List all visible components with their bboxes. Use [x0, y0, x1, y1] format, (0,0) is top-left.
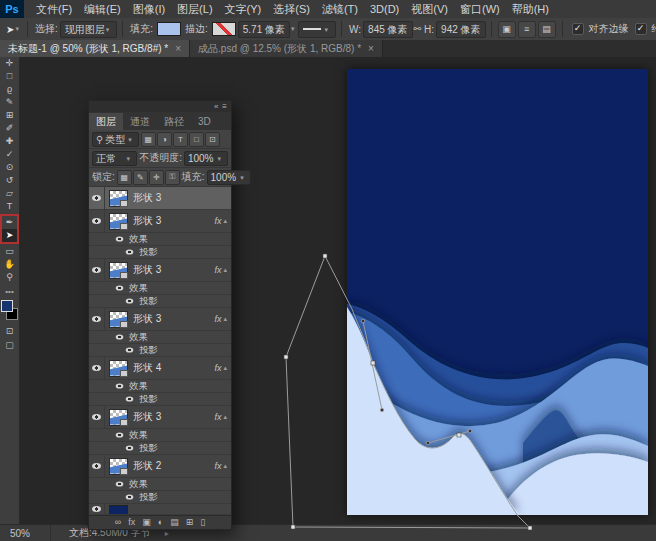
drop-shadow-row[interactable]: 投影 — [89, 442, 231, 455]
menu-item[interactable]: 文件(F) — [30, 0, 78, 18]
layer-name[interactable]: 形状 3 — [133, 312, 214, 326]
fx-collapse-icon[interactable]: ▴ — [223, 266, 227, 274]
collapse-panel-icon[interactable]: « — [214, 101, 218, 112]
healing-brush-tool[interactable]: ✚ — [0, 135, 19, 148]
path-anchor-point[interactable] — [284, 355, 288, 359]
visibility-toggle[interactable] — [89, 259, 105, 281]
move-tool[interactable]: ✛ — [0, 57, 19, 70]
drop-shadow-row[interactable]: 投影 — [89, 491, 231, 504]
chevron-down-icon[interactable]: ▾ — [291, 25, 295, 33]
close-icon[interactable]: × — [175, 43, 181, 54]
type-tool[interactable]: T — [0, 200, 19, 213]
align-edges-checkbox[interactable]: ✓ — [572, 23, 584, 35]
path-alignment-icon[interactable]: ≡ — [518, 21, 536, 38]
eye-icon[interactable] — [126, 249, 134, 254]
document-tab[interactable]: 成品.psd @ 12.5% (形状 1, RGB/8) * × — [190, 40, 383, 57]
visibility-toggle[interactable] — [89, 210, 105, 232]
pen-tool[interactable]: ✒ — [2, 216, 17, 229]
layer-thumbnail[interactable] — [109, 458, 128, 475]
fx-badge[interactable]: fx — [214, 363, 221, 373]
layer-thumbnail[interactable] — [109, 190, 128, 207]
layer-row[interactable]: 形状 3 — [89, 187, 231, 210]
layer-row[interactable]: 形状 3 fx ▴ — [89, 406, 231, 429]
layer-thumbnail[interactable] — [109, 262, 128, 279]
blend-mode-dropdown[interactable]: 正常 ▾ — [92, 151, 137, 166]
filter-adjustment-icon[interactable]: ◑ — [157, 132, 172, 147]
document-canvas[interactable] — [347, 69, 648, 515]
screen-mode-icon[interactable]: ▢ — [5, 338, 14, 352]
layer-name[interactable]: 形状 3 — [133, 214, 214, 228]
fx-badge[interactable]: fx — [214, 265, 221, 275]
layer-group-icon[interactable]: ▤ — [170, 516, 179, 529]
menu-item[interactable]: 3D(D) — [364, 0, 405, 18]
tool-preset-dropdown-icon[interactable]: ▾ — [15, 25, 19, 33]
drop-shadow-row[interactable]: 投影 — [89, 246, 231, 259]
eye-icon[interactable] — [126, 298, 134, 303]
stroke-color-swatch[interactable] — [212, 22, 236, 36]
eye-icon[interactable] — [116, 334, 124, 339]
menu-item[interactable]: 选择(S) — [267, 0, 316, 18]
lock-transparent-icon[interactable]: ▦ — [117, 170, 132, 185]
fx-collapse-icon[interactable]: ▴ — [223, 364, 227, 372]
layer-row[interactable]: 形状 3 fx ▴ — [89, 259, 231, 282]
layer-thumbnail[interactable] — [109, 409, 128, 426]
brush-tool[interactable]: ✓ — [0, 148, 19, 161]
effects-row[interactable]: 效果 — [89, 282, 231, 295]
effects-row[interactable]: 效果 — [89, 331, 231, 344]
drop-shadow-row[interactable]: 投影 — [89, 295, 231, 308]
filter-type-icon[interactable]: T — [173, 132, 188, 147]
eye-icon[interactable] — [116, 236, 124, 241]
lock-move-icon[interactable]: ✛ — [149, 170, 164, 185]
effects-row[interactable]: 效果 — [89, 380, 231, 393]
layer-thumbnail[interactable] — [109, 360, 128, 377]
visibility-toggle[interactable] — [89, 187, 105, 209]
shape-tool[interactable]: ▭ — [0, 245, 19, 258]
visibility-toggle[interactable] — [89, 308, 105, 330]
filter-shape-icon[interactable]: □ — [189, 132, 204, 147]
layer-name[interactable]: 形状 3 — [133, 263, 214, 277]
panel-tab-通道[interactable]: 通道 — [123, 113, 157, 130]
panel-menu-icon[interactable]: ≡ — [222, 101, 227, 112]
path-selection-tool[interactable]: ➤ — [2, 229, 17, 242]
effects-row[interactable]: 效果 — [89, 429, 231, 442]
layer-name[interactable]: 形状 3 — [133, 191, 231, 205]
effects-row[interactable]: 效果 — [89, 233, 231, 246]
visibility-toggle[interactable] — [89, 406, 105, 428]
eraser-tool[interactable]: ▱ — [0, 187, 19, 200]
lock-paint-icon[interactable]: ✎ — [133, 170, 148, 185]
menu-item[interactable]: 图层(L) — [171, 0, 218, 18]
panel-tab-图层[interactable]: 图层 — [89, 113, 123, 130]
layer-thumbnail[interactable] — [109, 505, 128, 515]
filter-kind-dropdown[interactable]: ⚲ 类型 ▾ — [92, 132, 139, 147]
eye-icon[interactable] — [116, 383, 124, 388]
layer-row[interactable] — [89, 504, 231, 515]
clone-stamp-tool[interactable]: ⊙ — [0, 161, 19, 174]
effects-row[interactable]: 效果 — [89, 478, 231, 491]
eye-icon[interactable] — [126, 494, 134, 499]
stroke-width-field[interactable]: 5.71 像素 — [238, 21, 290, 38]
path-operations-icon[interactable]: ▣ — [498, 21, 516, 38]
fx-collapse-icon[interactable]: ▴ — [223, 217, 227, 225]
eye-icon[interactable] — [116, 285, 124, 290]
close-icon[interactable]: × — [368, 43, 374, 54]
eye-icon[interactable] — [126, 396, 134, 401]
menu-item[interactable]: 窗口(W) — [454, 0, 506, 18]
fx-badge[interactable]: fx — [214, 461, 221, 471]
opacity-field[interactable]: 100% ▾ — [184, 151, 228, 166]
lasso-tool[interactable]: ϱ — [0, 83, 19, 96]
menu-item[interactable]: 滤镜(T) — [316, 0, 364, 18]
fx-badge[interactable]: fx — [214, 216, 221, 226]
layer-style-icon[interactable]: fx — [128, 516, 135, 529]
eye-icon[interactable] — [126, 347, 134, 352]
layer-row[interactable]: 形状 3 fx ▴ — [89, 308, 231, 331]
filter-smart-object-icon[interactable]: ⊡ — [205, 132, 220, 147]
link-dimensions-icon[interactable]: ⚯ — [414, 24, 422, 34]
fx-badge[interactable]: fx — [214, 412, 221, 422]
marquee-tool[interactable]: □ — [0, 70, 19, 83]
zoom-tool[interactable]: ⚲ — [0, 271, 19, 284]
visibility-toggle[interactable] — [89, 504, 105, 514]
path-arrangement-icon[interactable]: ▤ — [538, 21, 556, 38]
adjustment-layer-icon[interactable]: ◐ — [158, 516, 163, 529]
quick-selection-tool[interactable]: ✎ — [0, 96, 19, 109]
layer-fill-field[interactable]: 100% ▾ — [207, 170, 251, 185]
